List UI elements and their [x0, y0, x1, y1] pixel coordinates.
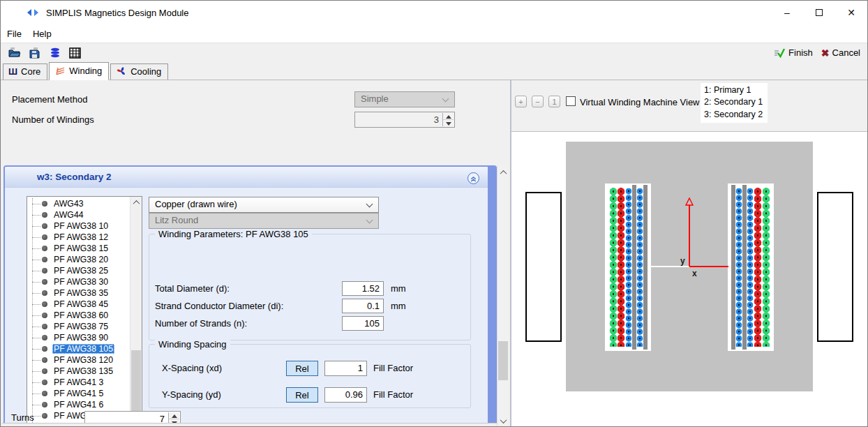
wire-list-item[interactable]: PF AWG38 35 [27, 287, 130, 299]
outer-leg-left [525, 192, 562, 342]
w3-panel-header[interactable]: w3: Secondary 2 [5, 167, 488, 188]
winding-legend: 1: Primary 1 2: Secondary 1 3: Secondary… [701, 83, 768, 123]
scroll-up-icon[interactable] [130, 197, 142, 208]
wire-bullet-icon [42, 380, 47, 385]
wire-list-item[interactable]: PF AWG41 3 [27, 377, 130, 388]
wire-list-item[interactable]: PF AWG41 5 [27, 388, 130, 399]
wire-list-item[interactable]: PF AWG38 25 [27, 265, 130, 276]
scroll-down-icon[interactable] [497, 415, 509, 426]
virtual-winding-machine-checkbox[interactable] [566, 96, 576, 106]
wire-list-item[interactable]: PF AWG38 45 [27, 299, 130, 310]
maximize-icon [816, 9, 823, 16]
scrollbar-thumb[interactable] [498, 341, 508, 380]
y-spacing-label: Y-Spacing (yd) [162, 389, 221, 400]
wire-bullet-icon [42, 335, 47, 340]
main-toolbar: Finish ✖ Cancel [1, 43, 867, 62]
winding-cross-section-canvas[interactable]: y x [511, 132, 867, 427]
wire-list-item[interactable]: AWG43 [27, 198, 130, 209]
outer-leg-right [817, 192, 853, 342]
collapse-panel-button[interactable] [467, 172, 479, 184]
wire-list-item[interactable]: AWG44 [27, 209, 130, 220]
wire-bullet-icon [42, 212, 47, 218]
database-icon[interactable] [48, 47, 61, 59]
wire-list-item[interactable]: PF AWG38 60 [27, 310, 130, 321]
winding-parameters-group: Winding Parameters: PF AWG38 105 Total D… [149, 234, 471, 340]
app-window: SIMPLIS Magnetics Design Module – ✕ File… [0, 0, 868, 427]
y-spacing-field[interactable]: 0.96 [324, 387, 367, 403]
winding-spacing-title: Winding Spacing [155, 339, 230, 350]
wire-list-item[interactable]: PF AWG38 12 [27, 232, 130, 243]
scroll-up-icon[interactable] [497, 167, 509, 178]
x-spacing-rel-button[interactable]: Rel [286, 361, 318, 376]
x-axis-line [689, 266, 728, 267]
maximize-button[interactable] [803, 1, 835, 24]
zoom-out-button[interactable]: − [532, 96, 544, 107]
wire-bullet-icon [42, 413, 47, 419]
wire-bullet-icon [42, 246, 47, 251]
winding-settings-pane: Placement Method Simple Number of Windin… [1, 80, 511, 427]
viewer-toolbar: + − 1 Virtual Winding Machine View 1: Pr… [511, 80, 867, 132]
spinner-buttons[interactable] [442, 113, 454, 126]
table-icon[interactable] [68, 47, 82, 59]
strand-diameter-unit: mm [391, 301, 406, 311]
strand-diameter-field[interactable]: 0.1 [342, 299, 384, 313]
wire-list-item[interactable]: PF AWG38 30 [27, 276, 130, 287]
wire-type-list[interactable]: AWG43 AWG44 PF AWG38 10 PF AWG38 12 PF A… [27, 196, 142, 427]
wire-list-item[interactable]: PF AWG41 6 [27, 399, 130, 410]
wire-bullet-icon [42, 234, 47, 240]
tab-cooling[interactable]: Cooling [110, 63, 168, 80]
secondary2-winding-column [762, 188, 770, 347]
wire-list-item[interactable]: PF AWG38 135 [27, 366, 130, 377]
cancel-button[interactable]: ✖ Cancel [821, 47, 860, 59]
wire-list-item[interactable]: PF AWG38 75 [27, 321, 130, 332]
close-button[interactable]: ✕ [835, 1, 867, 24]
pane-scrollbar[interactable] [497, 165, 509, 427]
wire-bullet-icon [42, 313, 47, 318]
wire-list-item[interactable]: PF AWG38 20 [27, 254, 130, 265]
x-axis-label: x [692, 269, 697, 278]
winding-w3-panel: w3: Secondary 2 AWG43 AWG44 PF AWG38 10 … [3, 165, 497, 427]
secondary1-winding-column [617, 188, 625, 347]
chevron-down-icon [442, 96, 449, 103]
y-spacing-rel-button[interactable]: Rel [286, 387, 318, 403]
cooling-fan-icon [116, 66, 127, 77]
total-diameter-field[interactable]: 1.52 [342, 281, 384, 296]
wire-bullet-icon [42, 368, 47, 374]
app-logo-icon [26, 8, 40, 17]
core-icon: Ш [8, 68, 17, 76]
x-spacing-field[interactable]: 1 [324, 361, 367, 376]
placement-method-dropdown: Simple [354, 91, 455, 107]
wire-bullet-icon [42, 257, 47, 262]
total-diameter-unit: mm [391, 283, 406, 294]
minimize-button[interactable]: – [771, 1, 803, 24]
wire-bullet-icon [42, 223, 47, 229]
menu-file[interactable]: File [7, 29, 22, 39]
number-of-strands-field[interactable]: 105 [342, 316, 384, 331]
open-icon[interactable] [8, 47, 21, 59]
legend-entry-primary1: 1: Primary 1 [704, 84, 763, 96]
primary1-winding-column [636, 188, 643, 347]
turns-label: Turns [11, 412, 34, 423]
horizontal-scrollbar[interactable] [2, 423, 497, 427]
wire-list-item[interactable]: PF AWG38 15 [27, 243, 130, 254]
tab-winding[interactable]: Winding [49, 62, 109, 80]
wire-bullet-icon [42, 301, 47, 307]
wire-list-item[interactable]: PF AWG38 10 [27, 220, 130, 232]
wire-list-item[interactable]: PF AWG38 90 [27, 332, 130, 343]
wire-bullet-icon [42, 279, 47, 285]
save-icon[interactable] [28, 47, 41, 59]
wire-construction-dropdown: Litz Round [149, 213, 379, 229]
x-fill-factor-label: Fill Factor [373, 363, 413, 373]
zoom-in-button[interactable]: + [515, 96, 527, 107]
y-axis-arrowhead [684, 197, 694, 206]
zoom-actual-button[interactable]: 1 [548, 96, 560, 107]
finish-button[interactable]: Finish [774, 47, 813, 58]
wire-list-item[interactable]: PF AWG38 120 [27, 354, 130, 366]
tab-core[interactable]: Ш Core [3, 63, 47, 80]
menu-help[interactable]: Help [33, 29, 52, 39]
tab-bar: Ш Core Winding Cooling [1, 62, 867, 80]
wire-bullet-icon [42, 268, 47, 274]
wire-list-item-selected[interactable]: PF AWG38 105 [27, 343, 130, 354]
wire-list-scrollbar[interactable] [130, 197, 142, 427]
wire-material-dropdown[interactable]: Copper (drawn wire) [149, 197, 379, 213]
